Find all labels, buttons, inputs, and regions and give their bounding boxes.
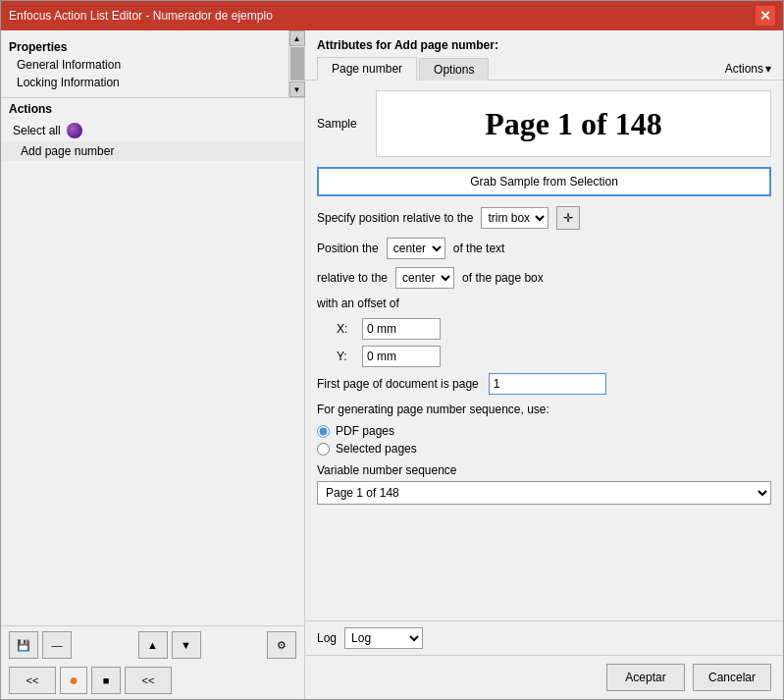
position-label: Specify position relative to the [317,211,473,225]
first-page-label: First page of document is page [317,377,479,391]
var-select[interactable]: Page 1 of 148 [317,481,771,505]
actions-list: Select all Add page number [1,120,304,625]
left-toolbar: 💾 — ▲ ▼ ⚙ << ● ■ << [1,625,304,699]
sample-row: Sample Page 1 of 148 [317,90,771,157]
actions-link[interactable]: Actions ▾ [725,62,771,76]
main-window: Enfocus Action List Editor - Numerador d… [0,0,784,700]
y-input[interactable] [362,346,441,367]
toolbar-settings-btn[interactable]: ⚙ [267,631,296,659]
toolbar-delete-btn[interactable]: — [42,631,72,659]
purple-dot-icon [67,123,82,138]
toolbar-nav-prev-btn[interactable]: << [9,667,56,694]
radio-selected[interactable] [317,443,330,456]
radio-group: PDF pages Selected pages [317,424,771,456]
scroll-thumb [290,47,304,81]
y-label: Y: [337,350,356,363]
relative-to-label: relative to the [317,271,388,285]
title-bar: Enfocus Action List Editor - Numerador d… [1,1,783,30]
toolbar-move-up-btn[interactable]: ▲ [138,631,168,659]
action-add-page-number[interactable]: Add page number [1,141,304,161]
attributes-header: Attributes for Add page number: [305,30,783,56]
toolbar-stop-btn[interactable]: ■ [91,667,121,694]
of-text-label: of the text [453,242,505,255]
radio-selected-label: Selected pages [336,442,417,456]
sequence-row: For generating page number sequence, use… [317,403,771,416]
sample-text: Page 1 of 148 [485,106,661,142]
tab-options[interactable]: Options [419,58,489,81]
cancel-button[interactable]: Cancelar [693,664,771,691]
toolbar-move-down-btn[interactable]: ▼ [172,631,201,659]
accept-button[interactable]: Aceptar [606,664,685,691]
var-select-row: Page 1 of 148 [317,481,771,505]
var-label: Variable number sequence [317,463,771,477]
sample-box: Page 1 of 148 [376,90,771,157]
tabs-row: Page number Options Actions ▾ [305,56,783,81]
sidebar-item-locking[interactable]: Locking Information [9,74,285,91]
scroll-up-btn[interactable]: ▲ [289,30,305,46]
actions-section: Actions Select all Add page number [1,98,304,625]
tab-page-number[interactable]: Page number [317,57,417,81]
log-select[interactable]: Log None Info Warning Error [344,627,423,649]
log-row: Log Log None Info Warning Error [305,620,783,655]
offset-label-row: with an offset of [317,296,771,310]
radio-pdf-label: PDF pages [336,424,394,438]
first-page-input[interactable] [489,373,606,395]
tab-content: Sample Page 1 of 148 Grab Sample from Se… [305,81,783,620]
radio-selected-row: Selected pages [317,442,771,456]
position-the-row: Position the center of the text [317,238,771,259]
relative-to-row: relative to the center of the page box [317,267,771,289]
left-panel: Properties General Information Locking I… [1,30,305,699]
scroll-down-btn[interactable]: ▼ [289,81,305,97]
toolbar-bottom-row: << ● ■ << [9,666,296,695]
of-page-label: of the page box [462,271,544,285]
first-page-row: First page of document is page [317,373,771,395]
sidebar-item-general[interactable]: General Information [9,56,285,74]
position-select[interactable]: trim box [481,207,549,229]
toolbar-nav-next-btn[interactable]: << [125,667,172,694]
x-offset-row: X: [317,318,771,340]
x-label: X: [337,322,356,336]
sequence-label: For generating page number sequence, use… [317,403,549,416]
with-offset-label: with an offset of [317,296,399,310]
window-title: Enfocus Action List Editor - Numerador d… [9,9,273,23]
toolbar-orange-btn[interactable]: ● [60,667,87,694]
properties-scrollbar: ▲ ▼ [288,30,304,97]
position-the-select[interactable]: center [387,238,445,259]
add-page-label: Add page number [21,144,114,158]
close-button[interactable]: ✕ [756,6,775,26]
radio-pdf[interactable] [317,425,330,438]
toolbar-save-btn[interactable]: 💾 [9,631,38,659]
crosshair-icon: ✛ [563,211,573,225]
radio-pdf-row: PDF pages [317,424,771,438]
pick-btn[interactable]: ✛ [556,206,580,230]
position-the-label: Position the [317,242,379,255]
select-all-label: Select all [13,124,61,137]
y-offset-row: Y: [317,346,771,367]
var-section: Variable number sequence Page 1 of 148 [317,463,771,505]
properties-section: Properties General Information Locking I… [1,30,304,98]
position-row: Specify position relative to the trim bo… [317,206,771,230]
sample-label: Sample [317,117,366,131]
right-panel: Attributes for Add page number: Page num… [305,30,783,699]
grab-sample-button[interactable]: Grab Sample from Selection [317,167,771,196]
main-content: Properties General Information Locking I… [1,30,783,699]
chevron-down-icon: ▾ [765,62,771,76]
bottom-buttons: Aceptar Cancelar [305,655,783,699]
actions-title: Actions [1,98,304,120]
relative-to-select[interactable]: center [395,267,454,289]
x-input[interactable] [362,318,441,340]
toolbar-top-row: 💾 — ▲ ▼ ⚙ [9,630,296,660]
log-label: Log [317,631,337,645]
properties-title: Properties [9,36,285,56]
action-select-all[interactable]: Select all [1,120,304,141]
